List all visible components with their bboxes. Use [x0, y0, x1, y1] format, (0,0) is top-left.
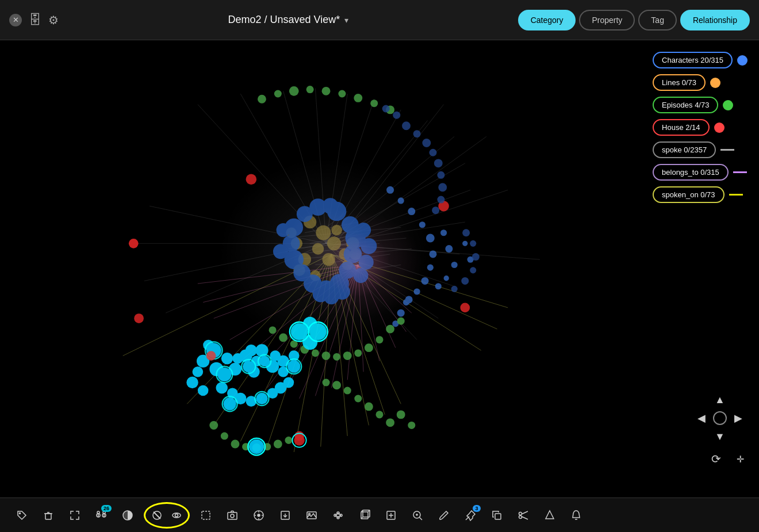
- top-bar: ✕ 🗄 ⚙ Demo2 / Unsaved View* ▾ Category P…: [0, 0, 759, 40]
- nav-down-button[interactable]: ▼: [711, 427, 729, 446]
- svg-point-117: [209, 421, 218, 430]
- legend-item-belongs-to[interactable]: belongs_to 0/315: [653, 164, 747, 181]
- svg-line-293: [522, 516, 528, 519]
- svg-point-159: [472, 253, 480, 261]
- expand-node-button[interactable]: [381, 505, 401, 526]
- graph-area[interactable]: Characters 20/315 Lines 0/73 Episodes 4/…: [0, 40, 759, 497]
- legend-item-spoke[interactable]: spoke 0/2357: [653, 141, 747, 158]
- show-button[interactable]: [167, 506, 186, 525]
- nav-up-button[interactable]: ▲: [711, 391, 729, 409]
- bottom-toolbar: 26: [0, 497, 759, 532]
- scatter-button[interactable]: [328, 505, 348, 526]
- tag-button[interactable]: [12, 505, 32, 526]
- svg-point-112: [365, 402, 373, 411]
- move-button[interactable]: ✛: [730, 449, 750, 469]
- legend-pill-house[interactable]: House 2/14: [653, 119, 710, 136]
- svg-point-66: [408, 208, 415, 215]
- svg-point-110: [386, 418, 394, 427]
- view-title-text: Demo2 / Unsaved View*: [228, 14, 340, 26]
- pin-badge: 3: [473, 505, 481, 512]
- rotate-button[interactable]: ⟳: [706, 449, 726, 469]
- svg-point-114: [344, 387, 351, 395]
- svg-point-89: [306, 86, 314, 93]
- svg-point-118: [221, 433, 228, 440]
- svg-point-153: [437, 196, 444, 204]
- svg-point-74: [440, 229, 447, 236]
- svg-point-291: [519, 515, 522, 518]
- tab-property[interactable]: Property: [579, 10, 635, 30]
- svg-rect-289: [495, 514, 501, 519]
- transform-controls: ⟳ ✛: [706, 449, 750, 469]
- svg-point-166: [221, 353, 233, 364]
- top-bar-right: Category Property Tag Relationship: [518, 10, 750, 30]
- image-button[interactable]: [301, 505, 322, 526]
- svg-point-81: [398, 197, 404, 204]
- settings-icon[interactable]: ⚙: [48, 13, 59, 27]
- legend-item-lines[interactable]: Lines 0/73: [653, 74, 747, 91]
- svg-point-154: [432, 206, 439, 214]
- svg-point-213: [206, 351, 216, 361]
- nav-right-button[interactable]: ▶: [729, 409, 747, 427]
- expand-button[interactable]: [64, 505, 85, 526]
- legend-pill-lines[interactable]: Lines 0/73: [653, 74, 706, 91]
- bell-button[interactable]: [566, 505, 586, 526]
- hide-button[interactable]: [147, 506, 167, 525]
- tab-relationship[interactable]: Relationship: [680, 10, 750, 30]
- delete-button[interactable]: [38, 505, 59, 526]
- brush-button[interactable]: [434, 505, 454, 526]
- view-title[interactable]: Demo2 / Unsaved View* ▾: [228, 14, 348, 26]
- svg-point-151: [437, 171, 444, 179]
- svg-point-173: [246, 345, 257, 356]
- copy-button[interactable]: [486, 505, 507, 526]
- svg-point-90: [322, 87, 331, 95]
- svg-point-78: [435, 283, 442, 289]
- 3d-button[interactable]: [354, 505, 375, 526]
- svg-point-264: [258, 514, 260, 516]
- legend-dot-characters: [737, 55, 747, 66]
- node-config-button[interactable]: 26: [91, 505, 112, 526]
- pin-button[interactable]: 3: [460, 505, 481, 526]
- svg-point-107: [397, 317, 405, 325]
- node-config-badge: 26: [101, 505, 112, 512]
- close-button[interactable]: ✕: [9, 14, 22, 26]
- scissors-button[interactable]: [513, 505, 534, 526]
- invert-button[interactable]: [117, 505, 138, 526]
- tab-tag[interactable]: Tag: [638, 10, 677, 30]
- legend-item-episodes[interactable]: Episodes 4/73: [653, 97, 747, 113]
- legend-item-spoken-on[interactable]: spoken_on 0/73: [653, 186, 747, 203]
- legend-pill-characters[interactable]: Characters 20/315: [653, 52, 733, 68]
- screenshot-button[interactable]: [222, 505, 243, 526]
- svg-point-82: [386, 186, 394, 194]
- svg-point-183: [203, 340, 214, 351]
- legend-pill-episodes[interactable]: Episodes 4/73: [653, 97, 718, 113]
- svg-point-105: [279, 334, 288, 342]
- legend-item-characters[interactable]: Characters 20/315: [653, 52, 747, 68]
- legend-pill-spoken-on[interactable]: spoken_on 0/73: [653, 186, 724, 203]
- svg-point-68: [426, 234, 435, 243]
- svg-line-285: [420, 517, 423, 520]
- zoom-in-button[interactable]: [407, 505, 428, 526]
- svg-marker-294: [546, 511, 554, 519]
- svg-line-292: [522, 511, 528, 514]
- legend-dot-house: [714, 123, 724, 133]
- database-icon[interactable]: 🗄: [29, 13, 41, 28]
- svg-point-113: [354, 395, 362, 402]
- svg-point-158: [470, 240, 476, 247]
- nav-left-button[interactable]: ◀: [692, 409, 711, 427]
- svg-point-240: [283, 206, 369, 292]
- tab-category[interactable]: Category: [518, 10, 576, 30]
- svg-point-146: [402, 121, 411, 130]
- legend-item-house[interactable]: House 2/14: [653, 119, 747, 136]
- center-graph-button[interactable]: [248, 505, 269, 526]
- nav-controls: ▲ ◀ ▶ ▼: [692, 391, 747, 446]
- legend-pill-spoke[interactable]: spoke 0/2357: [653, 141, 716, 158]
- title-chevron-icon: ▾: [344, 16, 348, 25]
- svg-point-102: [312, 349, 319, 357]
- layout-button[interactable]: [539, 505, 560, 526]
- top-bar-center: Demo2 / Unsaved View* ▾: [59, 14, 518, 26]
- legend-pill-belongs-to[interactable]: belongs_to 0/315: [653, 164, 729, 181]
- import-button[interactable]: [275, 505, 296, 526]
- svg-point-160: [470, 267, 476, 273]
- svg-point-184: [216, 382, 227, 393]
- select-box-button[interactable]: [195, 505, 216, 526]
